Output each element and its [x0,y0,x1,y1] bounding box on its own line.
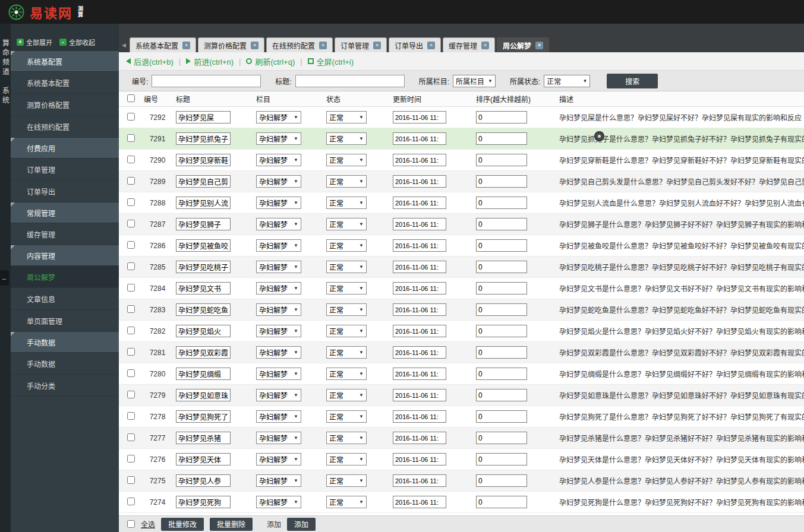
expand-all-button[interactable]: + 全部展开 [17,37,52,47]
row-sort-input[interactable] [476,132,527,145]
sidebar-item[interactable]: 缓存管理 [11,223,119,245]
collapse-all-button[interactable]: - 全部收起 [59,37,95,47]
row-sort-input[interactable] [476,496,527,508]
row-sort-input[interactable] [476,346,527,359]
row-date-input[interactable] [393,325,446,337]
row-status-select[interactable]: 正常 ▼ [326,453,367,466]
row-checkbox[interactable] [127,369,135,377]
row-title-input[interactable] [176,218,231,230]
id-filter-input[interactable] [152,75,261,87]
row-sort-input[interactable] [476,154,527,166]
channel-fortune[interactable]: 算命频道 [1,39,11,77]
sidebar-item[interactable]: 在线预约配置 [11,116,119,138]
row-title-input[interactable] [176,474,231,487]
row-status-select[interactable]: 正常 ▼ [326,239,367,252]
row-sort-input[interactable] [476,175,527,188]
row-sort-input[interactable] [476,218,527,230]
status-filter-select[interactable]: 正常 ▼ [544,75,590,87]
tab[interactable]: 订单管理 × [335,37,387,52]
row-sort-input[interactable] [476,432,527,444]
row-column-select[interactable]: 孕妇解梦 ▼ [256,496,301,508]
select-all-label[interactable]: 全选 [141,519,155,529]
tab[interactable]: 系统基本配置 × [130,37,196,52]
row-title-input[interactable] [176,325,231,337]
sidebar-item[interactable]: 文章信息 [11,288,119,310]
row-title-input[interactable] [176,346,231,359]
row-column-select[interactable]: 孕妇解梦 ▼ [256,410,301,423]
title-filter-input[interactable] [295,75,405,87]
tab[interactable]: 订单导出 × [389,37,441,52]
row-column-select[interactable]: 孕妇解梦 ▼ [256,325,301,337]
row-sort-input[interactable] [476,239,527,252]
row-checkbox[interactable] [127,305,135,313]
row-column-select[interactable]: 孕妇解梦 ▼ [256,154,301,166]
sidebar-item[interactable]: 订单导出 [11,180,119,202]
tab[interactable]: 在线预约配置 × [266,37,333,52]
row-date-input[interactable] [393,346,446,359]
row-checkbox[interactable] [127,134,135,142]
row-title-input[interactable] [176,368,231,380]
row-status-select[interactable]: 正常 ▼ [326,410,367,423]
tab-close-icon[interactable]: × [319,42,327,49]
row-column-select[interactable]: 孕妇解梦 ▼ [256,368,301,380]
row-date-input[interactable] [393,303,446,316]
row-date-input[interactable] [393,218,446,230]
row-status-select[interactable]: 正常 ▼ [326,389,367,401]
tab[interactable]: 缓存管理 × [443,37,495,52]
row-date-input[interactable] [393,282,446,294]
row-date-input[interactable] [393,368,446,380]
row-checkbox[interactable] [127,391,135,398]
row-date-input[interactable] [393,496,446,508]
sidebar-group-header[interactable]: 付费应用 [11,138,119,159]
batch-edit-button[interactable]: 批量修改 [161,518,204,531]
sidebar-item[interactable]: 订单管理 [11,159,119,180]
row-title-input[interactable] [176,303,231,316]
row-column-select[interactable]: 孕妇解梦 ▼ [256,132,301,145]
row-column-select[interactable]: 孕妇解梦 ▼ [256,389,301,401]
row-checkbox[interactable] [127,284,135,292]
row-checkbox[interactable] [127,220,135,227]
row-column-select[interactable]: 孕妇解梦 ▼ [256,346,301,359]
row-status-select[interactable]: 正常 ▼ [326,303,367,316]
row-column-select[interactable]: 孕妇解梦 ▼ [256,453,301,466]
row-checkbox[interactable] [127,198,135,206]
row-date-input[interactable] [393,453,446,466]
tab[interactable]: 测算价格配置 × [198,37,264,52]
row-status-select[interactable]: 正常 ▼ [326,218,367,230]
row-status-select[interactable]: 正常 ▼ [326,346,367,359]
row-sort-input[interactable] [476,111,527,124]
row-status-select[interactable]: 正常 ▼ [326,368,367,380]
row-column-select[interactable]: 孕妇解梦 ▼ [256,239,301,252]
row-sort-input[interactable] [476,282,527,294]
row-title-input[interactable] [176,111,231,124]
add-button[interactable]: 添加 [287,518,316,531]
row-checkbox[interactable] [127,327,135,334]
row-date-input[interactable] [393,175,446,188]
row-checkbox[interactable] [127,113,135,121]
row-checkbox[interactable] [127,156,135,163]
sidebar-group-header[interactable]: 常规管理 [11,202,119,223]
row-title-input[interactable] [176,496,231,508]
sidebar-item[interactable]: 手动分类 [11,375,119,397]
row-checkbox[interactable] [127,412,135,420]
row-date-input[interactable] [393,474,446,487]
row-column-select[interactable]: 孕妇解梦 ▼ [256,111,301,124]
row-column-select[interactable]: 孕妇解梦 ▼ [256,474,301,487]
row-date-input[interactable] [393,154,446,166]
row-status-select[interactable]: 正常 ▼ [326,111,367,124]
row-checkbox[interactable] [127,241,135,249]
row-title-input[interactable] [176,432,231,444]
row-sort-input[interactable] [476,325,527,337]
sidebar-group-header[interactable]: 系统基配置 [11,51,119,72]
row-title-input[interactable] [176,453,231,466]
row-checkbox[interactable] [127,433,135,441]
row-title-input[interactable] [176,154,231,166]
row-sort-input[interactable] [476,197,527,209]
row-date-input[interactable] [393,261,446,273]
row-status-select[interactable]: 正常 ▼ [326,175,367,188]
row-date-input[interactable] [393,111,446,124]
row-status-select[interactable]: 正常 ▼ [326,496,367,508]
row-column-select[interactable]: 孕妇解梦 ▼ [256,218,301,230]
fullscreen-button[interactable]: 全屏(ctrl+i) [308,56,354,67]
row-title-input[interactable] [176,282,231,294]
